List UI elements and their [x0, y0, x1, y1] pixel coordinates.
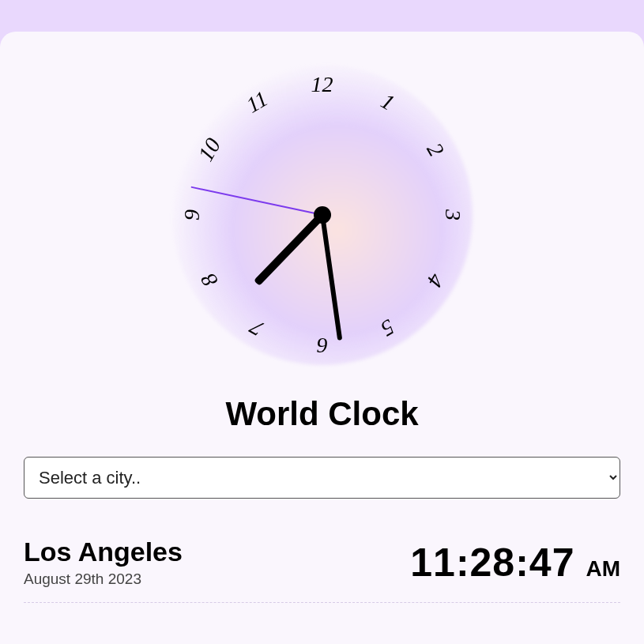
clock-numeral: 12 [311, 72, 333, 97]
city-select[interactable]: Select a city.. [24, 457, 620, 499]
clock-numeral: 6 [317, 333, 328, 358]
city-time-row: Los Angeles August 29th 2023 11:28:47 AM [24, 537, 620, 603]
city-name: Los Angeles [24, 537, 183, 567]
page-title: World Clock [225, 395, 418, 433]
clock-numeral: 3 [440, 209, 465, 220]
analog-clock: 121234567891011 [172, 65, 473, 365]
time-display: 11:28:47 AM [410, 540, 620, 586]
city-select-wrap: Select a city.. [24, 457, 620, 499]
city-info: Los Angeles August 29th 2023 [24, 537, 183, 588]
ampm-label: AM [586, 556, 620, 582]
digital-time: 11:28:47 [410, 540, 574, 586]
top-accent-bar [0, 0, 644, 32]
city-date: August 29th 2023 [24, 571, 183, 588]
clock-numeral: 9 [179, 209, 205, 220]
clock-center-dot [314, 206, 331, 224]
clock-card: 121234567891011 World Clock Select a cit… [0, 32, 644, 644]
